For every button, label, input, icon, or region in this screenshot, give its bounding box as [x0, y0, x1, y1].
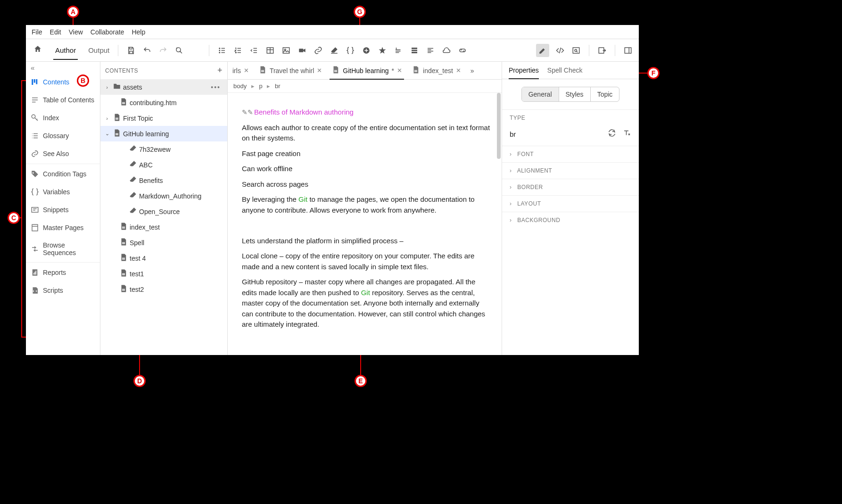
git-link[interactable]: Git	[361, 289, 370, 297]
star-icon[interactable]	[377, 45, 388, 56]
document-tab[interactable]: index_test✕	[407, 62, 466, 79]
video-icon[interactable]	[297, 45, 307, 56]
tab-properties[interactable]: Properties	[509, 66, 539, 79]
align-icon[interactable]	[425, 45, 436, 56]
tree-item[interactable]: Spell	[100, 235, 227, 250]
property-section-font[interactable]: › FONT	[502, 146, 639, 162]
preview-icon[interactable]	[571, 45, 581, 56]
undo-icon[interactable]	[142, 45, 152, 56]
close-icon[interactable]: ✕	[317, 67, 322, 74]
code-view-icon[interactable]	[555, 45, 565, 56]
quote-icon[interactable]	[393, 45, 404, 56]
tree-item[interactable]: ABC	[100, 157, 227, 173]
tree-item[interactable]: index_test	[100, 219, 227, 235]
edit-mode-icon[interactable]	[536, 44, 549, 57]
close-icon[interactable]: ✕	[397, 67, 402, 74]
breadcrumb-part[interactable]: br	[275, 83, 281, 90]
close-icon[interactable]: ✕	[456, 67, 461, 74]
panel-toggle-icon[interactable]	[623, 45, 633, 56]
menu-collaborate[interactable]: Collaborate	[87, 26, 128, 38]
chevron-icon[interactable]: ›	[104, 116, 110, 121]
sidebar-item-condition-tags[interactable]: Condition Tags	[26, 165, 100, 183]
eraser-icon[interactable]	[329, 45, 339, 56]
export-icon[interactable]	[597, 45, 607, 56]
tree-item[interactable]: test1	[100, 266, 227, 281]
tree-item[interactable]: Benefits	[100, 173, 227, 188]
tab-output[interactable]: Output	[86, 41, 111, 60]
tab-spell-check[interactable]: Spell Check	[547, 66, 583, 79]
refresh-icon[interactable]	[608, 129, 616, 139]
link-icon[interactable]	[313, 45, 323, 56]
tree-item[interactable]: Open_Source	[100, 204, 227, 219]
find-replace-icon[interactable]	[174, 45, 184, 56]
image-icon[interactable]	[281, 45, 291, 56]
sidebar-item-master-pages[interactable]: Master Pages	[26, 219, 100, 237]
separator	[118, 45, 118, 56]
property-section-background[interactable]: › BACKGROUND	[502, 212, 639, 228]
chevron-icon[interactable]: ›	[104, 84, 110, 90]
pill-styles[interactable]: Styles	[559, 87, 590, 101]
sidebar-item-glossary[interactable]: Glossary	[26, 127, 100, 145]
braces-icon[interactable]	[345, 45, 355, 56]
pill-general[interactable]: General	[522, 87, 559, 101]
breadcrumb-part[interactable]: p	[259, 83, 262, 90]
contents-icon	[31, 78, 39, 86]
sidebar-item-scripts[interactable]: Scripts	[26, 281, 100, 299]
tree-item[interactable]: ⌄GitHub learning	[100, 126, 227, 141]
close-icon[interactable]: ✕	[244, 67, 249, 74]
tree-item[interactable]: ›First Topic	[100, 110, 227, 126]
sidebar-item-reports[interactable]: Reports	[26, 264, 100, 281]
menu-edit[interactable]: Edit	[46, 26, 65, 38]
tree-item[interactable]: test2	[100, 281, 227, 297]
document-body[interactable]: ✎✎Benefits of Markdown authoring Allows …	[228, 93, 502, 344]
text-style-icon[interactable]	[623, 129, 631, 139]
cloud-icon[interactable]	[441, 45, 452, 56]
home-icon[interactable]	[31, 45, 45, 56]
file-icon	[412, 66, 420, 75]
lock-link-icon[interactable]	[457, 45, 468, 56]
paragraph: Local clone – copy of the entire reposit…	[242, 251, 490, 272]
chevron-right-icon: ›	[510, 151, 512, 157]
property-section-border[interactable]: › BORDER	[502, 179, 639, 195]
sidebar-item-see-also[interactable]: See Also	[26, 145, 100, 163]
collapse-left-icon[interactable]: «	[26, 62, 100, 73]
property-section-layout[interactable]: › LAYOUT	[502, 195, 639, 212]
tree-item[interactable]: ›assets•••	[100, 79, 227, 95]
document-tab[interactable]: GitHub learning*✕	[327, 62, 407, 79]
pill-topic[interactable]: Topic	[590, 87, 619, 101]
block-icon[interactable]	[409, 45, 420, 56]
document-tab[interactable]: Travel the whirl✕	[254, 62, 327, 79]
redo-icon[interactable]	[158, 45, 168, 56]
markdown-icon	[129, 207, 136, 216]
numbered-list-icon[interactable]	[233, 45, 243, 56]
tree-item[interactable]: 7h32ewew	[100, 141, 227, 157]
save-icon[interactable]	[126, 45, 136, 56]
sidebar-item-snippets[interactable]: Snippets	[26, 201, 100, 219]
tabs-overflow-icon[interactable]: »	[466, 67, 479, 74]
tree-item[interactable]: Markdown_Authoring	[100, 188, 227, 204]
breadcrumb-part[interactable]: body	[233, 83, 247, 90]
table-icon[interactable]	[265, 45, 275, 56]
tab-author[interactable]: Author	[53, 41, 78, 60]
tab-overflow-left[interactable]: irls ✕	[228, 62, 254, 79]
tree-item[interactable]: test 4	[100, 250, 227, 266]
sidebar-item-index[interactable]: Index	[26, 109, 100, 127]
add-icon[interactable]	[361, 45, 371, 56]
outdent-icon[interactable]	[249, 45, 259, 56]
svg-rect-35	[116, 134, 118, 135]
add-content-icon[interactable]: +	[217, 66, 223, 75]
bullet-list-icon[interactable]	[217, 45, 227, 56]
svg-rect-19	[625, 48, 631, 53]
property-section-alignment[interactable]: › ALIGNMENT	[502, 162, 639, 179]
sidebar-item-browse-sequences[interactable]: Browse Sequences	[26, 237, 100, 261]
menu-view[interactable]: View	[65, 26, 87, 38]
scrollbar[interactable]	[497, 93, 501, 159]
menu-help[interactable]: Help	[128, 26, 149, 38]
menu-file[interactable]: File	[28, 26, 46, 38]
tree-item[interactable]: contributing.htm	[100, 95, 227, 110]
more-icon[interactable]: •••	[211, 83, 223, 91]
sidebar-item-variables[interactable]: Variables	[26, 183, 100, 201]
git-link[interactable]: Git	[298, 195, 307, 203]
chevron-icon[interactable]: ⌄	[104, 131, 110, 137]
sidebar-item-table-of-contents[interactable]: Table of Contents	[26, 91, 100, 109]
